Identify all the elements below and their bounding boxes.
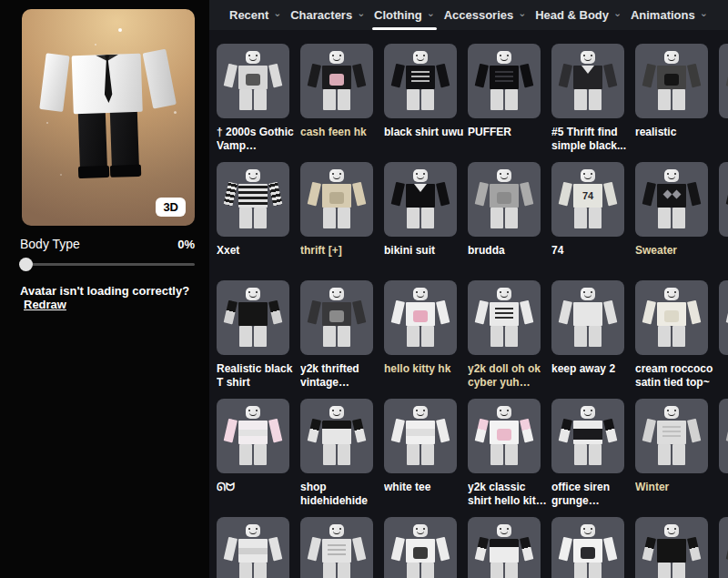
item-card[interactable]: hello kitty hk [384,280,468,393]
item-card[interactable] [217,517,300,578]
avatar-left-arm [39,53,69,112]
thumb-right-leg [254,208,267,228]
item-card[interactable]: #5 Thrift find simple black... [551,44,635,157]
thumb-torso [322,184,351,208]
item-card[interactable]: bikini suit [384,162,468,275]
item-card[interactable]: Sweater [635,162,719,275]
avatar-thumbnail [300,44,373,118]
item-card[interactable]: office siren grunge 2000's... [551,399,635,512]
tab-head-body[interactable]: Head & Body⌄ [533,0,623,30]
thumb-right-arm [687,64,701,88]
item-card[interactable]: ᘏᗢ [217,399,300,512]
item-card[interactable]: Winter [635,399,719,512]
thumb-head [413,524,428,537]
item-card[interactable] [719,280,728,393]
item-card[interactable]: white tee [384,399,468,512]
thumb-right-arm [352,182,366,207]
item-thumbnail [719,280,728,355]
tab-accessories[interactable]: Accessories⌄ [442,0,529,30]
avatar-preview[interactable]: 3D [22,9,195,226]
tab-characters[interactable]: Characters⌄ [288,0,367,30]
item-label: black shirt uwu [384,126,464,139]
item-card[interactable]: † 2000s Gothic Vamp Thrifted... [217,44,300,157]
3d-toggle-button[interactable]: 3D [156,198,186,217]
item-label: brudda [468,244,548,258]
item-card[interactable] [719,399,728,512]
thumb-head [246,524,260,537]
thumb-right-arm [436,537,450,562]
avatar-preview-panel: 3D Body Type 0% Avatar isn't loading cor… [0,0,209,578]
item-thumbnail [300,280,373,355]
item-label: #5 Thrift find simple black... [551,126,632,153]
thumb-torso [322,539,351,563]
thumb-head [413,406,428,419]
thumb-torso [238,539,268,563]
item-card[interactable]: Xxet [217,162,300,275]
thumb-right-leg [338,89,350,110]
tab-label: Head & Body [535,8,609,22]
item-card[interactable]: PUFFER [468,44,551,157]
item-card[interactable] [300,517,384,578]
thumb-left-leg [323,89,336,110]
item-card[interactable] [551,517,635,578]
item-card[interactable]: shop hidehidehide [300,399,384,512]
thumb-left-leg [490,208,503,228]
item-card[interactable]: Realistic black T shirt [217,280,300,393]
redraw-link[interactable]: Redraw [24,298,66,311]
thumb-left-arm [308,300,321,325]
item-card[interactable] [719,517,728,578]
thumb-head [329,169,344,182]
thumb-left-arm [475,419,489,443]
item-card[interactable] [719,44,728,157]
body-type-slider[interactable] [20,257,195,271]
thumb-torso [238,184,268,208]
thumb-left-arm [642,300,656,325]
item-grid: † 2000s Gothic Vamp Thrifted...cash feen… [209,30,728,578]
thumb-head [497,51,511,64]
thumb-right-leg [421,208,434,228]
thumb-right-arm [268,537,282,562]
item-card[interactable]: 7474 [551,162,635,275]
item-thumbnail [300,399,373,473]
item-card[interactable]: cash feen hk [300,44,384,157]
thumb-right-leg [254,326,267,347]
thumb-right-leg [589,89,602,110]
thumb-right-leg [338,208,350,228]
item-card[interactable] [468,517,551,578]
item-card[interactable] [719,162,728,275]
item-label: Winter [635,481,715,494]
thumb-graphic [497,429,511,441]
thumb-right-leg [505,208,518,228]
thumb-right-arm [268,300,282,325]
thumb-left-arm [642,419,656,443]
thumb-left-arm [391,182,405,207]
thumb-torso [490,184,519,208]
avatar-thumbnail [384,399,457,473]
item-card[interactable]: black shirt uwu [384,44,468,157]
tab-clothing[interactable]: Clothing⌄ [372,0,437,30]
slider-thumb[interactable] [19,258,33,271]
thumb-left-arm [391,64,405,88]
item-card[interactable]: y2k thrifted vintage realism... [300,280,384,393]
item-card[interactable]: realistic [635,44,719,157]
thumb-right-arm [687,419,701,443]
item-card[interactable] [635,517,719,578]
slider-track[interactable] [20,263,195,266]
item-card[interactable]: thrift [+] [300,162,384,275]
item-thumbnail [551,280,624,355]
item-card[interactable] [384,517,468,578]
avatar-thumbnail [551,280,624,355]
thumb-right-arm [687,300,701,325]
item-card[interactable]: y2k doll oh ok cyber yuh 200... [468,280,551,393]
item-card[interactable]: brudda [468,162,551,275]
thumb-right-leg [254,89,267,110]
item-card[interactable]: keep away 2 [551,280,635,393]
tab-animations[interactable]: Animations⌄ [629,0,710,30]
thumb-left-arm [559,537,572,562]
tab-recent[interactable]: Recent⌄ [228,0,284,30]
item-card[interactable]: y2k classic shirt hello kitty pink [468,399,551,512]
item-card[interactable]: cream roccoco satin tied top~ [635,280,719,393]
thumb-head [413,169,428,182]
item-thumbnail [468,280,541,355]
thumb-right-leg [589,208,602,228]
